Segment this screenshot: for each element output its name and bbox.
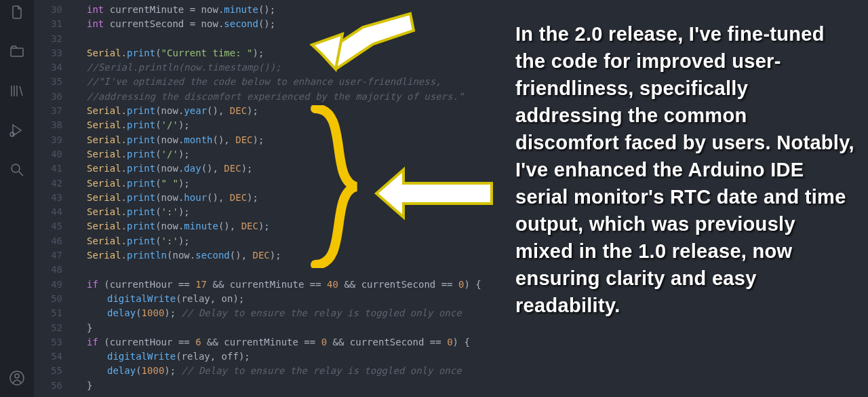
line-number: 40: [34, 147, 62, 162]
line-number: 55: [34, 364, 62, 378]
code-line[interactable]: digitalWrite(relay, off);: [75, 349, 868, 364]
files-icon[interactable]: [7, 3, 26, 22]
svg-point-2: [12, 164, 20, 172]
account-icon[interactable]: [7, 368, 26, 387]
line-number: 51: [34, 306, 62, 320]
line-number: 49: [34, 278, 62, 292]
line-number: 33: [34, 46, 62, 60]
line-number: 56: [34, 379, 62, 393]
release-notes-overlay: In the 2.0 release, I've fine-tuned the …: [515, 20, 854, 319]
code-line[interactable]: int currentMinute = now.minute();: [75, 3, 868, 17]
svg-rect-0: [11, 48, 23, 56]
line-number: 30: [34, 3, 62, 17]
line-number: 35: [34, 75, 62, 89]
line-number: 52: [34, 321, 62, 335]
svg-point-1: [10, 132, 14, 136]
line-number: 46: [34, 234, 62, 248]
line-number: 41: [34, 162, 62, 176]
line-number: 53: [34, 335, 62, 349]
search-icon[interactable]: [7, 160, 26, 179]
line-number: 43: [34, 191, 62, 205]
activity-bar: [0, 0, 34, 397]
code-line[interactable]: }: [75, 321, 868, 335]
line-number: 36: [34, 90, 62, 104]
debug-icon[interactable]: [7, 121, 26, 140]
line-number: 44: [34, 205, 62, 219]
code-line[interactable]: }: [75, 379, 868, 393]
line-number: 38: [34, 118, 62, 132]
line-number: 39: [34, 133, 62, 147]
line-number: 45: [34, 219, 62, 233]
folder-icon[interactable]: [7, 42, 26, 61]
line-number: 48: [34, 263, 62, 277]
line-number: 50: [34, 292, 62, 306]
line-number-gutter: 3031323334353637383940414243444546474849…: [34, 0, 75, 397]
line-number: 42: [34, 176, 62, 191]
books-icon[interactable]: [7, 81, 26, 100]
line-number: 32: [34, 32, 62, 46]
line-number: 54: [34, 349, 62, 364]
line-number: 34: [34, 60, 62, 75]
line-number: 31: [34, 17, 62, 31]
code-line[interactable]: delay(1000); // Delay to ensure the rela…: [75, 364, 868, 378]
svg-point-4: [15, 374, 19, 378]
line-number: 37: [34, 104, 62, 118]
code-line[interactable]: if (currentHour == 6 && currentMinute ==…: [75, 335, 868, 349]
line-number: 47: [34, 248, 62, 263]
